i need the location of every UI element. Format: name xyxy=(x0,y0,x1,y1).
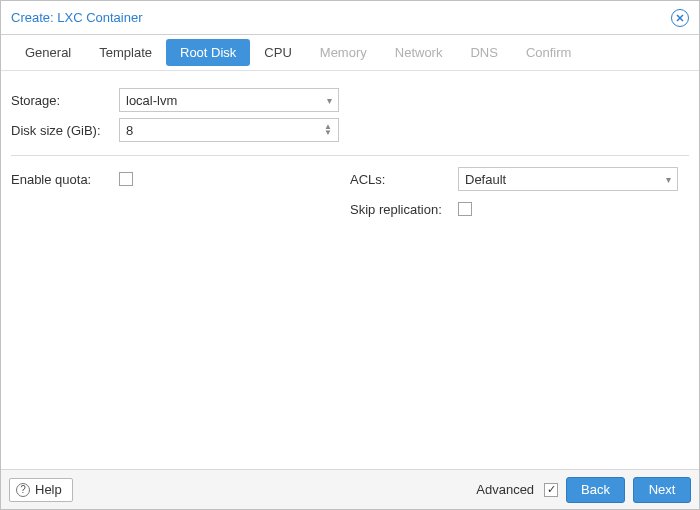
acls-select[interactable]: Default ▾ xyxy=(458,167,678,191)
tab-general[interactable]: General xyxy=(11,39,85,66)
tab-network: Network xyxy=(381,39,457,66)
tab-bar: General Template Root Disk CPU Memory Ne… xyxy=(1,35,699,71)
disksize-label: Disk size (GiB): xyxy=(11,123,119,138)
chevron-down-icon: ▾ xyxy=(666,174,671,185)
close-icon xyxy=(675,13,685,23)
storage-select[interactable]: local-lvm ▾ xyxy=(119,88,339,112)
close-button[interactable] xyxy=(671,9,689,27)
disksize-value: 8 xyxy=(126,123,133,138)
storage-value: local-lvm xyxy=(126,93,177,108)
section-divider xyxy=(11,155,689,156)
form-body: Storage: local-lvm ▾ Disk size (GiB): 8 … xyxy=(1,71,699,469)
dialog-title: Create: LXC Container xyxy=(11,10,143,25)
tab-template[interactable]: Template xyxy=(85,39,166,66)
advanced-label: Advanced xyxy=(476,482,534,497)
chevron-down-icon: ▾ xyxy=(327,95,332,106)
enable-quota-label: Enable quota: xyxy=(11,172,119,187)
help-icon: ? xyxy=(16,483,30,497)
tab-memory: Memory xyxy=(306,39,381,66)
help-button[interactable]: ? Help xyxy=(9,478,73,502)
enable-quota-checkbox[interactable] xyxy=(119,172,133,186)
footer-right: Advanced Back Next xyxy=(476,477,691,503)
titlebar: Create: LXC Container xyxy=(1,1,699,35)
help-label: Help xyxy=(35,482,62,497)
tab-dns: DNS xyxy=(456,39,511,66)
acls-label: ACLs: xyxy=(350,172,458,187)
tab-root-disk[interactable]: Root Disk xyxy=(166,39,250,66)
tab-confirm: Confirm xyxy=(512,39,586,66)
tab-cpu[interactable]: CPU xyxy=(250,39,305,66)
skip-replication-checkbox[interactable] xyxy=(458,202,472,216)
acls-value: Default xyxy=(465,172,506,187)
next-button[interactable]: Next xyxy=(633,477,691,503)
advanced-checkbox[interactable] xyxy=(544,483,558,497)
disksize-input[interactable]: 8 ▲▼ xyxy=(119,118,339,142)
skip-replication-label: Skip replication: xyxy=(350,202,458,217)
spinner-icon: ▲▼ xyxy=(324,124,332,136)
storage-label: Storage: xyxy=(11,93,119,108)
footer: ? Help Advanced Back Next xyxy=(1,469,699,509)
dialog-window: Create: LXC Container General Template R… xyxy=(0,0,700,510)
back-button[interactable]: Back xyxy=(566,477,625,503)
